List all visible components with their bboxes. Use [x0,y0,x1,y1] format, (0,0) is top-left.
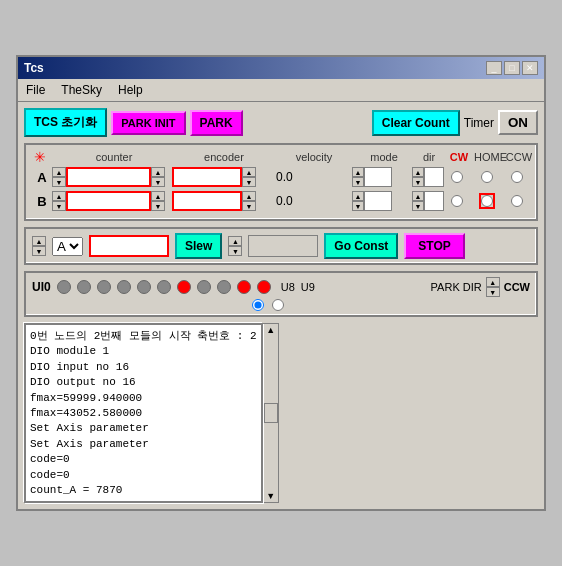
slew-button[interactable]: Slew [175,233,222,259]
menu-thesky[interactable]: TheSky [57,81,106,99]
counter-a-input[interactable]: 100 [66,167,151,187]
dir-b-down[interactable]: ▼ [412,201,424,211]
park-init-button[interactable]: PARK INIT [111,111,185,135]
mode-a-up[interactable]: ▲ [352,167,364,177]
encoder-b-down[interactable]: ▼ [242,201,256,211]
led-4 [117,280,131,294]
log-scrollbar[interactable]: ▲ ▼ [263,323,279,503]
encoder-b-up[interactable]: ▲ [242,191,256,201]
encoder-b-spinner[interactable]: ▲ ▼ [242,191,256,211]
axis-up-down[interactable]: ▲ ▼ [32,236,46,256]
park-dir-down[interactable]: ▼ [486,287,500,297]
tcs-init-button[interactable]: TCS 초기화 [24,108,107,137]
ccw-a-radio[interactable] [511,171,523,183]
stop-button[interactable]: STOP [404,233,464,259]
counter-b-down-r[interactable]: ▼ [151,201,165,211]
mode-a-input[interactable]: 0 [364,167,392,187]
u9-radio[interactable] [272,299,284,311]
go-const-button[interactable]: Go Const [324,233,398,259]
speed-spinner[interactable]: ▲ ▼ [228,236,242,256]
counter-b-field: ▲ ▼ 72 ▲ ▼ [52,191,172,211]
minimize-button[interactable]: _ [486,61,502,75]
dio-ui0-label: UI0 [32,280,51,294]
dir-b-up[interactable]: ▲ [412,191,424,201]
axis-a-label: A [32,170,52,185]
encoder-a-down[interactable]: ▼ [242,177,256,187]
counter-b-up[interactable]: ▲ [52,191,66,201]
menu-file[interactable]: File [22,81,49,99]
timer-label: Timer [464,116,494,130]
speed-input[interactable]: 1000.0 [248,235,318,257]
dir-a-up[interactable]: ▲ [412,167,424,177]
scroll-up[interactable]: ▲ [266,325,275,335]
led-5 [137,280,151,294]
close-button[interactable]: ✕ [522,61,538,75]
counter-a-up[interactable]: ▲ [52,167,66,177]
park-dir-label: PARK DIR [431,281,482,293]
counter-a-spinner[interactable]: ▲ ▼ [52,167,66,187]
dir-a-down[interactable]: ▼ [412,177,424,187]
content-area: TCS 초기화 PARK INIT PARK Clear Count Timer… [18,102,544,509]
counter-a-field: ▲ ▼ 100 ▲ ▼ [52,167,172,187]
timer-section: Timer ON [464,110,538,135]
led-2 [77,280,91,294]
menu-help[interactable]: Help [114,81,147,99]
u8-radio[interactable] [252,299,264,311]
cw-a-radio[interactable] [451,171,463,183]
home-b-radio[interactable] [481,195,493,207]
cw-b-radio[interactable] [451,195,463,207]
encoder-a-spinner[interactable]: ▲ ▼ [242,167,256,187]
log-line: Set Axis parameter [30,421,257,436]
counter-a-down-r[interactable]: ▼ [151,177,165,187]
counter-b-up-r[interactable]: ▲ [151,191,165,201]
speed-down[interactable]: ▼ [228,246,242,256]
star-icon: ✳ [34,149,54,165]
park-button[interactable]: PARK [190,110,243,136]
ccw-b-radio[interactable] [511,195,523,207]
home-a-cell [472,171,502,183]
mode-b-field: ▲ ▼ 0 [352,191,412,211]
dio-panel: UI0 U8 U9 PARK DIR ▲ ▼ [24,271,538,317]
log-line: 0번 노드의 2번째 모들의 시작 축번호 : 2 [30,329,257,344]
counter-b-input[interactable]: 72 [66,191,151,211]
cw-a-cell [442,171,472,183]
mode-b-up[interactable]: ▲ [352,191,364,201]
clear-count-button[interactable]: Clear Count [372,110,460,136]
mode-b-input[interactable]: 0 [364,191,392,211]
axis-down[interactable]: ▼ [32,246,46,256]
log-line: Set Axis parameter [30,437,257,452]
on-button[interactable]: ON [498,110,538,135]
header-dir: dir [414,151,444,163]
encoder-a-input[interactable]: 7698 [172,167,242,187]
scroll-down[interactable]: ▼ [266,491,275,501]
encoder-b-input[interactable]: 17428 [172,191,242,211]
axis-up[interactable]: ▲ [32,236,46,246]
park-dir-up[interactable]: ▲ [486,277,500,287]
counter-b-spinner-right[interactable]: ▲ ▼ [151,191,165,211]
mode-a-down[interactable]: ▼ [352,177,364,187]
led-8 [197,280,211,294]
header-cw: CW [444,151,474,163]
encoder-a-field: 7698 ▲ ▼ [172,167,272,187]
dir-a-field: ▲ ▼ 1 [412,167,442,187]
position-input[interactable]: 100000.0 [89,235,169,257]
counter-a-up-r[interactable]: ▲ [151,167,165,177]
park-dir-spinner[interactable]: ▲ ▼ [486,277,500,297]
encoder-a-up[interactable]: ▲ [242,167,256,177]
scroll-thumb[interactable] [264,403,278,423]
mode-b-down[interactable]: ▼ [352,201,364,211]
counter-a-spinner-right[interactable]: ▲ ▼ [151,167,165,187]
axis-select[interactable]: A B [52,237,83,256]
counter-a-down[interactable]: ▼ [52,177,66,187]
maximize-button[interactable]: □ [504,61,520,75]
mode-a-field: ▲ ▼ 0 [352,167,412,187]
counter-b-down[interactable]: ▼ [52,201,66,211]
home-a-radio[interactable] [481,171,493,183]
speed-up[interactable]: ▲ [228,236,242,246]
counter-b-spinner[interactable]: ▲ ▼ [52,191,66,211]
log-content: 0번 노드의 2번째 모들의 시작 축번호 : 2DIO module 1DIO… [30,329,257,503]
axis-grid-panel: ✳ counter encoder velocity mode dir CW H… [24,143,538,221]
dir-b-input[interactable]: 1 [424,191,444,211]
dir-a-input[interactable]: 1 [424,167,444,187]
cw-b-cell [442,195,472,207]
